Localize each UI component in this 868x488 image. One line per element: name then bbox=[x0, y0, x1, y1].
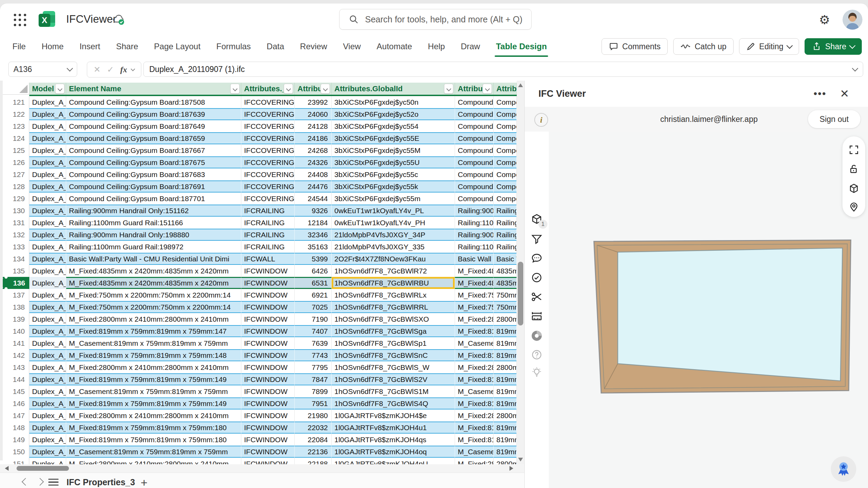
info-icon[interactable]: i bbox=[534, 113, 548, 127]
table-cell[interactable]: 24326 bbox=[295, 156, 332, 168]
row-number[interactable]: 131 bbox=[3, 217, 29, 229]
row-number[interactable]: 148 bbox=[3, 422, 29, 434]
table-cell[interactable]: IFCWINDOW bbox=[241, 277, 295, 289]
table-row[interactable]: 129Duplex_A_Compound Ceiling:Gypsum Boar… bbox=[3, 193, 517, 205]
table-cell[interactable]: 1hOSvn6df7F8_7GcBWlS1M bbox=[332, 385, 455, 397]
table-cell[interactable]: 1hOSvn6df7F8_7GcBWlS4Q bbox=[332, 397, 455, 409]
filter-dropdown-icon[interactable] bbox=[444, 84, 453, 94]
check-circle-icon[interactable] bbox=[528, 269, 545, 286]
table-row[interactable]: 132Duplex_A_Railing:900mm Handrail Only:… bbox=[3, 229, 517, 241]
table-cell[interactable]: M_Fixed:819mm bbox=[455, 349, 494, 361]
table-cell[interactable]: Duplex_A_ bbox=[29, 422, 66, 434]
panel-more-icon[interactable]: ••• bbox=[811, 85, 828, 102]
table-cell[interactable]: IFCRAILING bbox=[241, 217, 295, 229]
table-cell[interactable]: M_Fixed:4835mm bbox=[455, 277, 494, 289]
table-cell[interactable]: Compound bbox=[494, 193, 517, 205]
table-cell[interactable]: M_Fixed:819mm x 759mm:819mm x 759mm:148 bbox=[66, 349, 241, 361]
table-cell[interactable]: 22032 bbox=[295, 422, 332, 434]
table-cell[interactable]: 4835mm bbox=[494, 277, 517, 289]
table-cell[interactable]: 32346 bbox=[295, 229, 332, 241]
table-cell[interactable]: 24060 bbox=[295, 108, 332, 120]
table-cell[interactable]: Compound C bbox=[455, 132, 494, 144]
table-cell[interactable]: 22136 bbox=[295, 446, 332, 458]
table-cell[interactable]: Compound bbox=[494, 144, 517, 156]
table-cell[interactable]: Compound bbox=[494, 180, 517, 193]
table-cell[interactable]: IFCCOVERING bbox=[241, 144, 295, 156]
table-cell[interactable]: Compound Ceiling:Gypsum Board:187701 bbox=[66, 193, 241, 205]
table-cell[interactable]: IFCRAILING bbox=[241, 205, 295, 217]
table-cell[interactable]: Railing bbox=[494, 241, 517, 253]
table-cell[interactable]: Compound bbox=[494, 108, 517, 120]
table-cell[interactable]: Compound C bbox=[455, 156, 494, 168]
table-row[interactable]: 145Duplex_A_M_Casement:819mm x 759mm:819… bbox=[3, 385, 517, 397]
share-button[interactable]: Share bbox=[805, 38, 862, 55]
table-cell[interactable]: 1l0GAJtRTFv8$zmKJOH4oq bbox=[332, 446, 455, 458]
table-cell[interactable]: IFCWINDOW bbox=[241, 349, 295, 361]
menu-tab-table-design[interactable]: Table Design bbox=[496, 42, 547, 51]
table-cell[interactable]: Duplex_A_ bbox=[29, 180, 66, 193]
table-row[interactable]: 141Duplex_A_M_Casement:819mm x 759mm:819… bbox=[3, 337, 517, 349]
next-sheet-icon[interactable] bbox=[36, 478, 44, 486]
filter-dropdown-icon[interactable] bbox=[55, 84, 64, 94]
menu-tab-help[interactable]: Help bbox=[428, 42, 445, 51]
table-cell[interactable]: M_Casement:819mm x 759mm:819mm x 759mm bbox=[66, 385, 241, 397]
table-cell[interactable]: 1hOSvn6df7F8_7GcBWlSga bbox=[332, 325, 455, 337]
table-cell[interactable]: Compound bbox=[494, 132, 517, 144]
table-cell[interactable]: Compound Ceiling:Gypsum Board:187683 bbox=[66, 168, 241, 180]
table-cell[interactable]: Railing:1100mm bbox=[455, 217, 494, 229]
row-number[interactable]: 141 bbox=[3, 337, 29, 349]
table-cell[interactable]: Duplex_A_ bbox=[29, 409, 66, 422]
table-cell[interactable]: Compound bbox=[494, 96, 517, 108]
table-cell[interactable]: 24476 bbox=[295, 180, 332, 193]
column-header[interactable]: Attribut bbox=[295, 83, 332, 95]
table-cell[interactable]: M_Fixed:750mm bbox=[455, 301, 494, 313]
table-cell[interactable]: M_Fixed:2800mm x 2410mm:2800mm x 2410mm bbox=[66, 361, 241, 373]
table-cell[interactable]: M_Fixed:750mm x 2200mm:750mm x 2200mm:14 bbox=[66, 301, 241, 313]
add-sheet-button[interactable]: + bbox=[137, 476, 151, 488]
table-cell[interactable]: 7190 bbox=[295, 313, 332, 325]
table-cell[interactable]: 21980 bbox=[295, 409, 332, 422]
table-cell[interactable]: 23992 bbox=[295, 96, 332, 108]
table-cell[interactable]: Duplex_A_ bbox=[29, 205, 66, 217]
table-cell[interactable]: Compound C bbox=[455, 108, 494, 120]
table-cell[interactable]: Compound C bbox=[455, 96, 494, 108]
filter-dropdown-icon[interactable] bbox=[284, 84, 293, 94]
table-cell[interactable]: 2800mm bbox=[494, 409, 517, 422]
award-ribbon-button[interactable] bbox=[831, 456, 856, 482]
table-cell[interactable]: Duplex_A_ bbox=[29, 349, 66, 361]
table-cell[interactable]: Railing:900mm bbox=[455, 229, 494, 241]
table-row[interactable]: 138Duplex_A_M_Fixed:750mm x 2200mm:750mm… bbox=[3, 301, 517, 313]
table-cell[interactable]: 819mm bbox=[494, 337, 517, 349]
table-cell[interactable]: 7639 bbox=[295, 337, 332, 349]
viewer-3d-viewport[interactable] bbox=[549, 132, 868, 488]
confirm-entry-icon[interactable]: ✓ bbox=[107, 65, 114, 74]
row-number[interactable]: 129 bbox=[3, 193, 29, 205]
table-cell[interactable]: Railing bbox=[494, 229, 517, 241]
table-cell[interactable]: IFCCOVERING bbox=[241, 168, 295, 180]
table-cell[interactable]: Duplex_A_ bbox=[29, 446, 66, 458]
table-row[interactable]: 146Duplex_A_M_Fixed:819mm x 759mm:819mm … bbox=[3, 397, 517, 409]
table-row[interactable]: 125Duplex_A_Compound Ceiling:Gypsum Boar… bbox=[3, 144, 517, 156]
highlighted-globalid-cell[interactable]: 1hOSvn6df7F8_7GcBWlRBU bbox=[332, 277, 455, 289]
table-cell[interactable]: IFCWINDOW bbox=[241, 385, 295, 397]
table-cell[interactable]: M_Fixed:2800mm x 2410mm:2800mm x 2410mm bbox=[66, 458, 241, 464]
table-cell[interactable]: 1l0GAJtRTFv8$zmKJOH4u1 bbox=[332, 422, 455, 434]
row-number[interactable]: 124 bbox=[3, 132, 29, 144]
table-cell[interactable]: 1hOSvn6df7F8_7GcBWlS_W bbox=[332, 361, 455, 373]
table-cell[interactable]: IFCWINDOW bbox=[241, 301, 295, 313]
menu-tab-data[interactable]: Data bbox=[267, 42, 284, 51]
table-cell[interactable]: IFCCOVERING bbox=[241, 180, 295, 193]
vertical-scroll-thumb[interactable] bbox=[518, 262, 523, 325]
table-cell[interactable]: IFCCOVERING bbox=[241, 193, 295, 205]
table-cell[interactable]: 819mm bbox=[494, 397, 517, 409]
table-cell[interactable]: 1hOSvn6df7F8_7GcBWlR72 bbox=[332, 265, 455, 277]
table-cell[interactable]: Duplex_A_ bbox=[29, 361, 66, 373]
table-cell[interactable]: 24128 bbox=[295, 120, 332, 132]
table-cell[interactable]: 819mm bbox=[494, 325, 517, 337]
table-cell[interactable]: 1hOSvn6df7F8_7GcBWlSp1 bbox=[332, 337, 455, 349]
filter-funnel-icon[interactable] bbox=[528, 230, 545, 248]
expand-formula-bar-icon[interactable] bbox=[852, 65, 858, 71]
column-header[interactable]: Attribut bbox=[455, 83, 494, 95]
measure-ruler-icon[interactable] bbox=[528, 308, 545, 325]
table-cell[interactable]: IFCRAILING bbox=[241, 241, 295, 253]
